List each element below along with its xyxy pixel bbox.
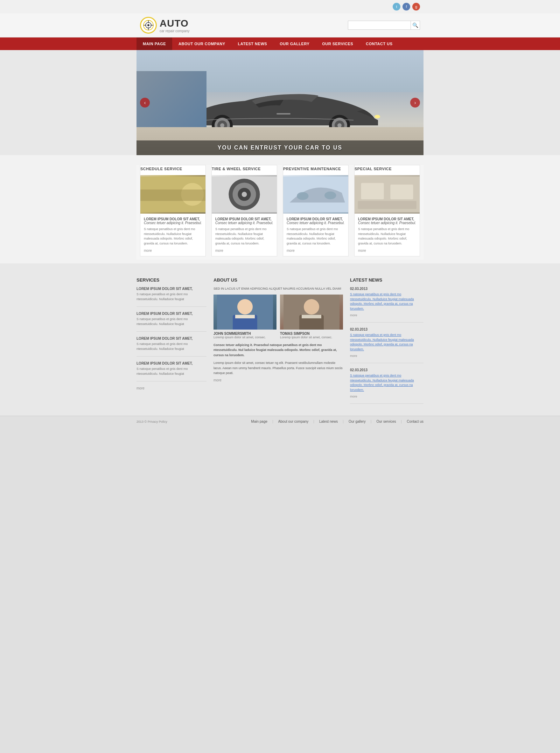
news-more-link-1[interactable]: more	[350, 354, 357, 358]
svg-point-29	[324, 192, 336, 199]
footer-link-latest-news[interactable]: Latest news	[319, 420, 338, 423]
service-lorem-0: LOREM IPSUM DOLOR SIT AMET, Consec tetue…	[144, 217, 202, 225]
about-team: JOHN SOMMERSMITH Loremp ipsum dolor sit …	[214, 295, 343, 339]
svg-rect-41	[302, 315, 321, 318]
header: AUTO car repair company 🔍	[0, 13, 560, 37]
hero-next-button[interactable]: ›	[410, 98, 420, 108]
service-list-item-3: LOREM IPSUM DOLOR SIT AMET, S natoque pe…	[136, 361, 206, 381]
footer-links: Main page|About our company|Latest news|…	[251, 420, 424, 423]
news-text-0[interactable]: S natoque penatibus et gnis dent mo ntes…	[350, 292, 424, 311]
svg-point-28	[297, 192, 308, 200]
service-card-3: SPECIAL SERVICE LOREM IPSUM DOLOR SIT AM…	[354, 165, 420, 256]
service-list-desc-1: S natoque penatibus et gnis dent mo ntes…	[136, 317, 206, 326]
svg-point-35	[237, 299, 253, 315]
news-title: LATEST NEWS	[350, 277, 424, 283]
search-box: 🔍	[348, 21, 420, 30]
about-column: ABOUT US SED IN LACUS UT ENIM ADIPISCING…	[214, 277, 343, 409]
svg-rect-31	[361, 183, 384, 199]
news-date-1: 02.03.2013	[350, 327, 424, 331]
about-more-link[interactable]: more	[214, 378, 343, 382]
news-item-1: 02.03.2013 S natoque penatibus et gnis d…	[350, 327, 424, 363]
service-desc-1: S natoque penatibus et gnis dent mo ntes…	[215, 227, 273, 246]
footer-link-main-page[interactable]: Main page	[251, 420, 267, 423]
top-bar: t f g	[0, 0, 560, 13]
footer-copyright: 2013 © Privacy Policy	[136, 420, 167, 423]
nav-item-main-page[interactable]: MAIN PAGE	[136, 37, 172, 50]
hero-section: YOU CAN ENTRUST YOUR CAR TO US ‹ ›	[136, 50, 424, 155]
news-text-2[interactable]: S natoque penatibus et gnis dent mo ntes…	[350, 373, 424, 392]
nav-item-latest-news[interactable]: LATEST NEWS	[232, 37, 274, 50]
svg-rect-21	[140, 189, 205, 201]
service-card-title-3: SPECIAL SERVICE	[355, 165, 420, 172]
service-list-title-1: LOREM IPSUM DOLOR SIT AMET,	[136, 312, 206, 316]
service-list-desc-2: S natoque penatibus et gnis dent mo ntes…	[136, 342, 206, 351]
service-card-title-2: PREVENTIVE MAINTENANCE	[283, 165, 348, 172]
footer-sep-5: |	[401, 420, 402, 423]
service-more-link-2[interactable]: more	[287, 249, 345, 253]
svg-rect-18	[276, 113, 290, 115]
news-text-1[interactable]: S natoque penatibus et gnis dent mo ntes…	[350, 333, 424, 352]
news-date-0: 02.03.2013	[350, 287, 424, 291]
news-item-2: 02.03.2013 S natoque penatibus et gnis d…	[350, 368, 424, 404]
service-list-item-2: LOREM IPSUM DOLOR SIT AMET, S natoque pe…	[136, 337, 206, 357]
twitter-icon[interactable]: t	[393, 3, 400, 11]
facebook-icon[interactable]: f	[402, 3, 410, 11]
services-column: SERVICES LOREM IPSUM DOLOR SIT AMET, S n…	[136, 277, 206, 409]
about-body2: Loremp ipsum dolor sit amet, consec tetu…	[214, 360, 343, 375]
service-more-link-3[interactable]: more	[358, 249, 416, 253]
svg-point-39	[304, 299, 319, 315]
logo-icon	[140, 17, 157, 34]
nav-item-our-services[interactable]: OUR SERVICES	[316, 37, 359, 50]
footer-link-our-gallery[interactable]: Our gallery	[349, 420, 366, 423]
footer-link-about-our-company[interactable]: About our company	[278, 420, 309, 423]
service-card-img-2	[283, 175, 348, 214]
svg-rect-37	[235, 315, 255, 318]
service-more-link-0[interactable]: more	[144, 249, 202, 253]
footer-sep-4: |	[371, 420, 372, 423]
nav-item-about-our-company[interactable]: ABOUT OUR COMPANY	[172, 37, 232, 50]
about-body: Consec tetuer adipicing it. Praesebul na…	[214, 343, 343, 358]
svg-point-16	[374, 115, 380, 118]
logo[interactable]: AUTO car repair company	[140, 17, 190, 34]
footer-sep-1: |	[272, 420, 273, 423]
team-img-0	[214, 295, 276, 330]
service-desc-2: S natoque penatibus et gnis dent mo ntes…	[287, 227, 345, 246]
service-more-link-1[interactable]: more	[215, 249, 273, 253]
bottom-section: SERVICES LOREM IPSUM DOLOR SIT AMET, S n…	[0, 270, 560, 416]
search-input[interactable]	[348, 21, 411, 30]
nav-item-contact-us[interactable]: CONTACT US	[359, 37, 399, 50]
footer-inner: 2013 © Privacy Policy Main page|About ou…	[136, 420, 424, 423]
team-name-0: JOHN SOMMERSMITH	[214, 332, 276, 336]
main-nav: MAIN PAGEABOUT OUR COMPANYLATEST NEWSOUR…	[0, 37, 560, 50]
services-more-link[interactable]: more	[136, 386, 206, 390]
service-list-item-0: LOREM IPSUM DOLOR SIT AMET, S natoque pe…	[136, 287, 206, 307]
footer-link-our-services[interactable]: Our services	[376, 420, 396, 423]
hero-text: YOU CAN ENTRUST YOUR CAR TO US	[218, 145, 342, 151]
footer-sep-3: |	[343, 420, 344, 423]
google-icon[interactable]: g	[412, 3, 420, 11]
about-subtitle: SED IN LACUS UT ENIM ADIPISCING ALIQUET …	[214, 287, 343, 290]
hero-image	[136, 50, 424, 155]
service-card-img-0	[140, 175, 205, 214]
service-lorem-1: LOREM IPSUM DOLOR SIT AMET, Consec tetue…	[215, 217, 273, 225]
service-card-img-3	[355, 175, 420, 214]
team-desc-1: Loremp ipsum dolor sit amet, consec.	[280, 336, 343, 339]
nav-item-our-gallery[interactable]: OUR GALLERY	[273, 37, 316, 50]
team-img-1	[280, 295, 343, 330]
news-more-link-0[interactable]: more	[350, 313, 357, 317]
news-more-link-2[interactable]: more	[350, 395, 357, 398]
service-card-title-1: TIRE & WHEEL SERVICE	[212, 165, 277, 172]
service-card-title-0: SCHEDULE SERVICE	[140, 165, 205, 172]
footer: 2013 © Privacy Policy Main page|About ou…	[0, 416, 560, 427]
svg-rect-33	[358, 201, 416, 209]
search-button[interactable]: 🔍	[411, 21, 420, 30]
service-list-title-2: LOREM IPSUM DOLOR SIT AMET,	[136, 337, 206, 340]
footer-link-contact-us[interactable]: Contact us	[407, 420, 424, 423]
service-card-1: TIRE & WHEEL SERVICE LOREM IPSUM DOLOR S…	[211, 165, 277, 256]
news-list: 02.03.2013 S natoque penatibus et gnis d…	[350, 287, 424, 404]
service-lorem-2: LOREM IPSUM DOLOR SIT AMET, Consec tetue…	[287, 217, 345, 225]
hero-prev-button[interactable]: ‹	[140, 98, 150, 108]
services-section: SCHEDULE SERVICE LOREM IPSUM DOLOR SIT A…	[136, 165, 424, 260]
service-list-title-0: LOREM IPSUM DOLOR SIT AMET,	[136, 287, 206, 291]
team-desc-0: Loremp ipsum dolor sit amet, consec.	[214, 336, 276, 339]
